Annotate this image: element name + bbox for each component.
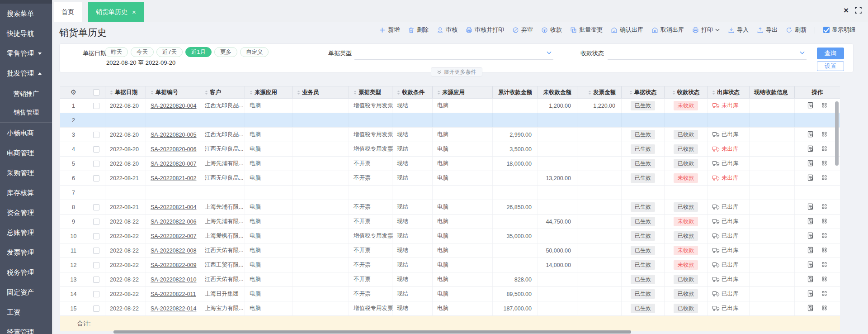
row-checkbox[interactable] (93, 103, 99, 109)
sort-icon[interactable] (629, 90, 632, 95)
row-checkbox[interactable] (93, 248, 99, 254)
row-checkbox[interactable] (93, 291, 99, 297)
header-col-customer[interactable]: 客户 (200, 86, 245, 98)
table-row[interactable]: 132022-08-22SA-20220822-010江西天佑有限...电脑不开… (60, 272, 840, 287)
doc-no-link[interactable]: SA-20220822-008 (151, 248, 196, 254)
sort-icon[interactable] (110, 90, 113, 95)
print-button[interactable]: 打印 (692, 26, 720, 34)
header-col-doc-status[interactable]: 单据状态 (622, 86, 665, 98)
doc-no-link[interactable]: SA-20220822-010 (151, 277, 196, 283)
view-document-icon[interactable] (807, 131, 814, 139)
export-button[interactable]: 导出 (757, 26, 778, 34)
audit-button[interactable]: 审核 (437, 26, 458, 34)
header-col-payment-term[interactable]: 收款条件 (392, 86, 433, 98)
date-pill-custom[interactable]: 自定义 (240, 47, 269, 57)
doc-no-link[interactable]: SA-20220821-004 (151, 204, 196, 210)
doc-no-link[interactable]: SA-20220822-014 (151, 305, 196, 312)
header-col-payment-status[interactable]: 收款状态 (665, 86, 708, 98)
sidebar-item-purchase-mgmt[interactable]: 采购管理 (0, 163, 52, 183)
table-row[interactable]: 32022-08-20SA-20220820-005江西无印良品...电脑增值税… (60, 128, 840, 142)
sidebar-item-fixed-assets[interactable]: 固定资产 (0, 282, 52, 302)
select-all-checkbox[interactable] (93, 89, 99, 95)
doc-no-link[interactable]: SA-20220822-006 (151, 219, 196, 225)
header-col-checkbox[interactable] (87, 86, 105, 98)
view-document-icon[interactable] (807, 218, 814, 226)
tab-sales-order-history[interactable]: 销货单历史× (88, 2, 144, 22)
date-pill-last-7-days[interactable]: 近7天 (156, 47, 183, 57)
sort-icon[interactable] (712, 90, 715, 95)
table-row[interactable]: 52022-08-20SA-20220820-007上海先浦有限...电脑不开票… (60, 157, 840, 171)
expand-more-conditions[interactable]: 展开更多条件 (431, 67, 482, 76)
doc-no-link[interactable]: SA-20220821-002 (151, 175, 196, 181)
sidebar-item-search-menu[interactable]: 搜索菜单 (0, 4, 52, 24)
doc-no-link[interactable]: SA-20220820-005 (151, 132, 196, 138)
sort-icon[interactable] (672, 90, 675, 95)
view-document-icon[interactable] (807, 102, 814, 110)
collect-payment-button[interactable]: 收款 (541, 26, 562, 34)
sidebar-item-payroll[interactable]: 工资 (0, 302, 52, 322)
sort-icon[interactable] (437, 90, 440, 95)
tab-close-icon[interactable]: × (132, 9, 136, 15)
import-button[interactable]: 导入 (728, 26, 749, 34)
table-row[interactable]: 62022-08-21SA-20220821-002江西无印良品...电脑不开票… (60, 171, 840, 186)
sort-icon[interactable] (397, 90, 400, 95)
more-operations-icon[interactable] (821, 203, 828, 211)
show-detail-toggle[interactable]: 显示明细 (823, 26, 855, 34)
row-checkbox[interactable] (93, 146, 99, 153)
sidebar-item-wholesale-mgmt[interactable]: 批发管理 (0, 63, 52, 83)
sort-icon[interactable] (588, 90, 591, 95)
sidebar-item-general-ledger[interactable]: 总账管理 (0, 223, 52, 243)
sort-icon[interactable] (205, 90, 208, 95)
add-button[interactable]: 新增 (379, 26, 400, 34)
view-document-icon[interactable] (807, 276, 814, 284)
vertical-scrollbar[interactable] (835, 101, 839, 166)
date-pill-yesterday[interactable]: 昨天 (105, 47, 128, 57)
sidebar-item-ecommerce-mgmt[interactable]: 电商管理 (0, 143, 52, 163)
payment-status-select[interactable] (608, 44, 807, 60)
view-document-icon[interactable] (807, 305, 814, 313)
doc-no-link[interactable]: SA-20220822-011 (151, 291, 196, 297)
view-document-icon[interactable] (807, 261, 814, 269)
view-document-icon[interactable] (807, 160, 814, 168)
settings-button[interactable]: 设置 (817, 61, 844, 71)
sidebar-item-quick-nav[interactable]: 快捷导航 (0, 24, 52, 43)
query-button[interactable]: 查询 (817, 48, 844, 59)
tab-home[interactable]: 首页 (54, 2, 82, 22)
header-col-source-app[interactable]: 来源应用 (245, 86, 292, 98)
more-operations-icon[interactable] (821, 145, 828, 153)
table-row[interactable]: 92022-08-22SA-20220822-006上海先浦有限...电脑不开票… (60, 215, 840, 229)
table-row[interactable]: 112022-08-22SA-20220822-008江西天佑有限...电脑不开… (60, 243, 840, 258)
date-range-value[interactable]: 2022-08-20 至 2022-09-20 (106, 59, 175, 67)
row-checkbox[interactable] (93, 262, 99, 268)
sidebar-item-invoice-mgmt[interactable]: 发票管理 (0, 243, 52, 262)
sidebar-item-retail-mgmt[interactable]: 零售管理 (0, 43, 52, 63)
date-pill-today[interactable]: 今天 (131, 47, 154, 57)
row-checkbox[interactable] (93, 219, 99, 225)
doc-type-select[interactable] (354, 44, 553, 60)
delete-button[interactable]: 删除 (408, 26, 429, 34)
row-checkbox[interactable] (93, 277, 99, 283)
header-col-doc-no[interactable]: 单据编号 (146, 86, 200, 98)
more-operations-icon[interactable] (821, 305, 828, 313)
sidebar-item-business-mgmt[interactable]: 经营管理 (0, 322, 52, 334)
header-col-received-amount[interactable]: 累计收款金额 (493, 86, 538, 98)
table-row[interactable]: 7 (60, 186, 840, 200)
header-col-source-app-2[interactable]: 来源应用 (433, 86, 493, 98)
view-document-icon[interactable] (807, 174, 814, 182)
sort-icon[interactable] (151, 90, 154, 95)
header-col-gear[interactable]: ⚙ (60, 86, 87, 98)
table-row[interactable]: 42022-08-20SA-20220820-006江西无印良品...电脑增值税… (60, 142, 840, 157)
show-detail-checkbox[interactable] (823, 27, 830, 33)
more-operations-icon[interactable] (821, 102, 828, 110)
sort-icon[interactable] (250, 90, 253, 95)
fullscreen-icon[interactable] (855, 7, 862, 14)
cancel-outbound-button[interactable]: 取消出库 (651, 26, 684, 34)
table-row[interactable]: 122022-08-22SA-20220822-009江西工贸有限...电脑不开… (60, 258, 840, 272)
doc-no-link[interactable]: SA-20220822-009 (151, 262, 196, 268)
row-checkbox[interactable] (93, 175, 99, 181)
more-operations-icon[interactable] (821, 160, 828, 168)
view-document-icon[interactable] (807, 203, 814, 211)
date-pill-last-1-month[interactable]: 近1月 (185, 47, 212, 57)
abandon-audit-button[interactable]: 弃审 (512, 26, 533, 34)
header-col-invoice-type[interactable]: 票据类型 (349, 86, 392, 98)
